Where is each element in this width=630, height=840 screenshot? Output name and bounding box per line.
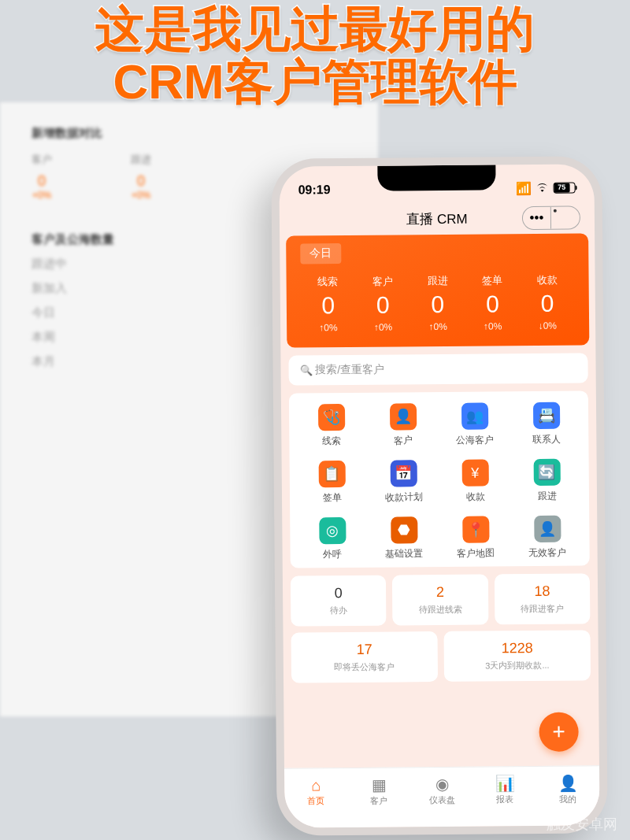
phone-frame: 09:19 📶 75 直播 CRM ••• 今日 线索00%客户0: [271, 156, 607, 836]
首页-icon: ⌂: [311, 777, 321, 793]
summary-cards: 0待办2待跟进线索18待跟进客户17即将丢公海客户12283天内到期收款...: [291, 573, 591, 689]
close-icon[interactable]: [551, 206, 580, 228]
wifi-icon: [536, 181, 549, 195]
签单-icon: 📋: [318, 461, 345, 487]
仪表盘-icon: ◉: [435, 775, 449, 791]
外呼-icon: ◎: [319, 517, 346, 544]
联系人-icon: 📇: [532, 402, 559, 429]
card-即将丢公海客户[interactable]: 17即将丢公海客户: [291, 631, 439, 683]
stat-签单[interactable]: 签单00%: [465, 273, 520, 332]
promo-headline: 这是我见过最好用的 CRM客户管理软件: [0, 3, 630, 109]
报表-icon: 📊: [495, 775, 515, 791]
grid-跟进[interactable]: 🔄跟进: [511, 458, 583, 503]
grid-收款[interactable]: ¥收款: [439, 459, 511, 504]
quick-actions-grid: 🩺线索👤客户👥公海客户📇联系人📋签单📅收款计划¥收款🔄跟进◎外呼⬣基础设置📍客户…: [289, 390, 590, 568]
跟进-icon: 🔄: [533, 459, 560, 486]
stats-row: 线索00%客户00%跟进00%签单00%收款00%: [301, 272, 576, 333]
today-chip[interactable]: 今日: [300, 243, 341, 264]
page-title: 直播 CRM: [406, 209, 468, 228]
tab-客户[interactable]: ▦客户: [347, 768, 411, 815]
grid-无效客户[interactable]: 👤无效客户: [511, 515, 583, 560]
grid-客户地图[interactable]: 📍客户地图: [439, 516, 511, 561]
add-fab[interactable]: +: [539, 712, 578, 751]
tab-仪表盘[interactable]: ◉仪表盘: [410, 768, 474, 815]
grid-收款计划[interactable]: 📅收款计划: [368, 460, 439, 505]
miniprogram-controls: •••: [522, 205, 580, 230]
基础设置-icon: ⬣: [391, 516, 417, 543]
header: 直播 CRM •••: [280, 202, 595, 235]
我的-icon: 👤: [558, 775, 578, 790]
grid-联系人[interactable]: 📇联系人: [510, 401, 582, 446]
公海客户-icon: 👥: [461, 402, 487, 429]
grid-基础设置[interactable]: ⬣基础设置: [368, 516, 439, 561]
status-time: 09:19: [298, 183, 331, 197]
tab-我的[interactable]: 👤我的: [536, 766, 600, 813]
stat-线索[interactable]: 线索00%: [301, 275, 356, 334]
phone-screen: 09:19 📶 75 直播 CRM ••• 今日 线索00%客户0: [279, 164, 599, 827]
线索-icon: 🩺: [317, 404, 344, 431]
search-input[interactable]: 搜索/查重客户: [288, 353, 587, 385]
card-待跟进线索[interactable]: 2待跟进线索: [392, 574, 488, 625]
客户地图-icon: 📍: [462, 516, 489, 542]
today-hero-card: 今日 线索00%客户00%跟进00%签单00%收款00%: [286, 233, 589, 347]
无效客户-icon: 👤: [534, 516, 561, 542]
stat-客户[interactable]: 客户00%: [355, 274, 410, 333]
bg-section-title: 新增数据对比: [32, 126, 346, 141]
tab-首页[interactable]: ⌂首页: [284, 768, 348, 816]
grid-线索[interactable]: 🩺线索: [295, 404, 367, 449]
收款计划-icon: 📅: [390, 460, 417, 487]
more-icon[interactable]: •••: [523, 207, 551, 229]
客户-icon: 👤: [389, 403, 416, 430]
notch: [377, 165, 495, 191]
grid-签单[interactable]: 📋签单: [296, 461, 368, 505]
收款-icon: ¥: [461, 459, 488, 486]
grid-公海客户[interactable]: 👥公海客户: [439, 402, 510, 447]
battery-icon: 75: [554, 182, 576, 193]
stat-收款[interactable]: 收款00%: [520, 272, 575, 331]
grid-客户[interactable]: 👤客户: [367, 403, 439, 448]
card-3天内到期收款...[interactable]: 12283天内到期收款...: [444, 630, 591, 682]
card-待跟进客户[interactable]: 18待跟进客户: [495, 573, 591, 624]
tab-报表[interactable]: 📊报表: [473, 767, 537, 814]
signal-icon: 📶: [516, 180, 532, 195]
客户-icon: ▦: [372, 776, 387, 792]
card-待办[interactable]: 0待办: [291, 575, 387, 627]
watermark: 触及安卓网: [547, 815, 617, 834]
stat-跟进[interactable]: 跟进00%: [410, 274, 465, 333]
grid-外呼[interactable]: ◎外呼: [296, 517, 368, 562]
